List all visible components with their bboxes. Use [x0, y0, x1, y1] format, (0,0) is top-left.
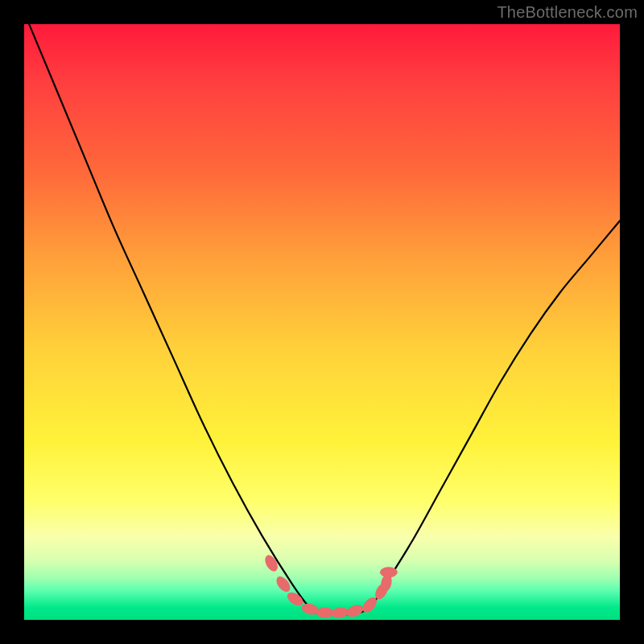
curve-markers [262, 553, 398, 619]
curve-marker [380, 567, 398, 577]
curve-marker [274, 574, 293, 594]
curve-marker [345, 603, 365, 619]
chart-svg [24, 24, 620, 620]
plot-area [24, 24, 620, 620]
watermark-text: TheBottleneck.com [497, 3, 638, 22]
chart-frame: TheBottleneck.com [0, 0, 644, 644]
curve-marker [262, 553, 280, 574]
bottleneck-curve [24, 12, 620, 614]
